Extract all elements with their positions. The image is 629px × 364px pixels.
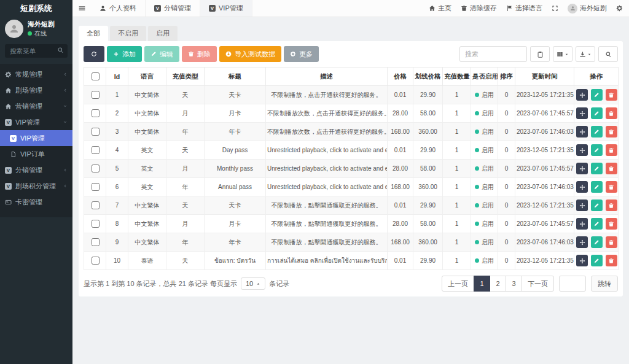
chevron-down-icon <box>63 104 68 109</box>
topbar-language[interactable]: 选择语言 <box>506 4 542 13</box>
row-checkbox[interactable] <box>92 201 100 209</box>
row-edit-button[interactable] <box>591 107 603 119</box>
row-move-button[interactable] <box>576 89 588 101</box>
row-move-button[interactable] <box>576 199 588 211</box>
filter-tab-all[interactable]: 全部 <box>79 26 108 41</box>
add-button[interactable]: 添加 <box>107 46 142 62</box>
column-header[interactable]: Id <box>106 68 128 86</box>
row-checkbox[interactable] <box>92 128 100 136</box>
row-edit-button[interactable] <box>591 236 603 248</box>
row-delete-button[interactable] <box>606 163 617 174</box>
topbar-account[interactable]: 海外短剧 <box>568 4 607 14</box>
row-move-button[interactable] <box>576 218 588 230</box>
column-header[interactable]: 描述 <box>266 68 388 86</box>
row-move-button[interactable] <box>576 255 588 266</box>
sidebar-item-marketing[interactable]: 营销管理 <box>0 98 72 114</box>
sidebar-item-general[interactable]: 常规管理 <box>0 66 72 82</box>
column-header[interactable]: 更新时间 <box>515 68 574 86</box>
row-edit-button[interactable] <box>591 199 603 211</box>
edit-button[interactable]: 编辑 <box>144 46 179 62</box>
topbar: 个人资料 V分销管理 VVIP管理 主页 清除缓存 选择语言 海外短剧 <box>72 0 629 17</box>
row-move-button[interactable] <box>576 144 588 156</box>
row-edit-button[interactable] <box>591 144 603 156</box>
topbar-home[interactable]: 主页 <box>429 4 451 13</box>
row-checkbox[interactable] <box>92 165 100 172</box>
sidebar-item-vip[interactable]: VVIP管理 <box>0 114 72 130</box>
sidebar-item-theater-points[interactable]: V剧场积分管理 <box>0 178 72 194</box>
row-checkbox[interactable] <box>92 183 100 191</box>
row-delete-button[interactable] <box>606 181 617 193</box>
refresh-button[interactable] <box>84 46 104 62</box>
row-move-button[interactable] <box>576 163 588 174</box>
topbar-tab-vip[interactable]: VVIP管理 <box>200 0 252 17</box>
caret-down-icon <box>587 52 592 56</box>
delete-button[interactable]: 删除 <box>182 46 217 62</box>
row-delete-button[interactable] <box>606 126 617 137</box>
column-header[interactable]: 操作 <box>574 68 619 86</box>
column-header[interactable]: 是否启用 <box>471 68 498 86</box>
topbar-fullscreen[interactable] <box>552 5 558 12</box>
sidebar-item-theater[interactable]: 剧场管理 <box>0 82 72 98</box>
topbar-settings[interactable] <box>616 5 623 12</box>
sidebar-item-vip-orders[interactable]: VIP订单 <box>0 146 72 162</box>
page-button-3[interactable]: 3 <box>506 276 522 292</box>
row-delete-button[interactable] <box>606 89 617 101</box>
row-edit-button[interactable] <box>591 163 603 174</box>
sidebar-item-vip-manage[interactable]: VVIP管理 <box>0 130 72 146</box>
page-button-1[interactable]: 1 <box>474 276 490 292</box>
row-move-button[interactable] <box>576 107 588 119</box>
more-button[interactable]: 更多 <box>284 46 319 62</box>
row-delete-button[interactable] <box>606 236 617 248</box>
page-size-select[interactable]: 10 <box>241 277 265 290</box>
row-move-button[interactable] <box>576 181 588 193</box>
row-move-button[interactable] <box>576 126 588 137</box>
filter-tab-enabled[interactable]: 启用 <box>148 26 178 41</box>
row-checkbox[interactable] <box>92 257 100 265</box>
row-edit-button[interactable] <box>591 126 603 137</box>
prev-page-button[interactable]: 上一页 <box>442 276 474 292</box>
row-checkbox[interactable] <box>92 220 100 228</box>
sidebar-item-card-codes[interactable]: 卡密管理 <box>0 194 72 210</box>
sidebar-item-distribution[interactable]: V分销管理 <box>0 162 72 178</box>
row-delete-button[interactable] <box>606 144 617 156</box>
row-checkbox[interactable] <box>92 238 100 246</box>
topbar-tab-profile[interactable]: 个人资料 <box>91 0 146 17</box>
column-header[interactable]: 标题 <box>205 68 266 86</box>
row-delete-button[interactable] <box>606 107 617 119</box>
column-header[interactable]: 语言 <box>128 68 166 86</box>
table-search-input[interactable] <box>459 46 527 62</box>
row-checkbox[interactable] <box>92 146 100 154</box>
page-button-2[interactable]: 2 <box>490 276 506 292</box>
topbar-tab-distribution[interactable]: V分销管理 <box>146 0 200 17</box>
column-header[interactable]: 价格 <box>388 68 413 86</box>
column-header[interactable]: 划线价格 <box>413 68 443 86</box>
column-header[interactable]: 排序 <box>498 68 515 86</box>
import-button[interactable]: 导入测试数据 <box>219 46 281 62</box>
topbar-clear-cache[interactable]: 清除缓存 <box>461 4 497 13</box>
columns-button[interactable] <box>553 46 572 62</box>
detail-view-button[interactable] <box>530 46 550 62</box>
next-page-button[interactable]: 下一页 <box>522 276 554 292</box>
column-header[interactable]: 充值数量 <box>443 68 471 86</box>
move-icon <box>579 110 585 117</box>
row-delete-button[interactable] <box>606 255 617 266</box>
search-button[interactable] <box>598 46 618 62</box>
row-checkbox[interactable] <box>92 91 100 99</box>
pencil-icon <box>593 147 600 153</box>
row-edit-button[interactable] <box>591 218 603 230</box>
export-button[interactable] <box>576 46 595 62</box>
row-checkbox[interactable] <box>92 109 100 117</box>
row-delete-button[interactable] <box>606 218 617 230</box>
row-delete-button[interactable] <box>606 199 617 211</box>
row-edit-button[interactable] <box>591 255 603 266</box>
jump-button[interactable]: 跳转 <box>591 276 618 292</box>
row-move-button[interactable] <box>576 236 588 248</box>
filter-tab-disabled[interactable]: 不启用 <box>110 26 146 41</box>
row-edit-button[interactable] <box>591 181 603 193</box>
select-all-checkbox[interactable] <box>92 72 100 80</box>
row-edit-button[interactable] <box>591 89 603 101</box>
v-icon: V <box>10 135 17 142</box>
column-header[interactable]: 充值类型 <box>166 68 205 86</box>
jump-page-input[interactable] <box>559 276 586 292</box>
menu-icon[interactable] <box>72 0 91 17</box>
